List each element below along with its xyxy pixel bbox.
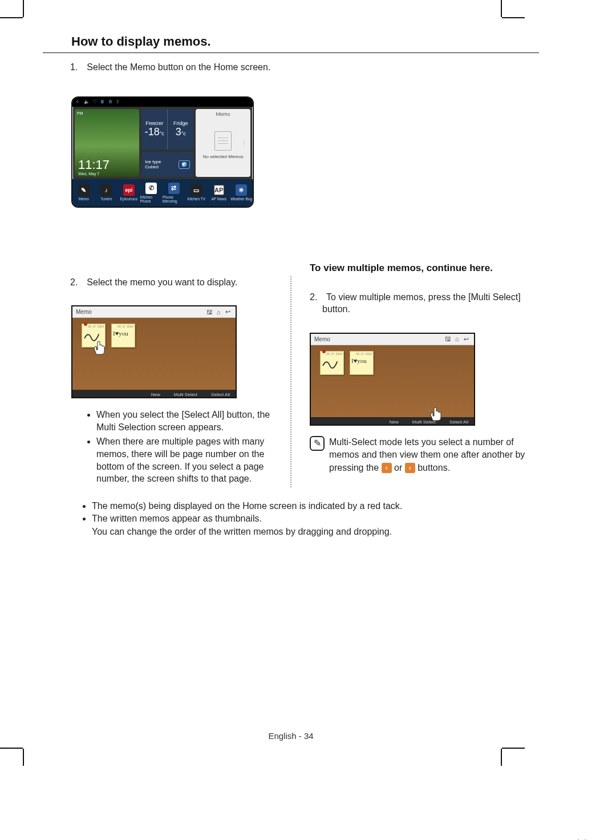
bullet-item: When there are multiple pages with many … [96, 435, 272, 484]
hand-cursor-icon [428, 405, 445, 422]
tunein-icon: ♪ [100, 184, 112, 196]
fridge-label: Fridge [173, 120, 188, 126]
chevron-right-icon: › [405, 463, 415, 473]
dock-item-mirroring: ⇄Phone Mirroring [163, 179, 185, 207]
memo-text: I♥you [350, 356, 373, 365]
fridge-widget-column: Freezer -18°c Fridge 3°c Ice type Cubed [141, 109, 193, 177]
memo-thumbnail-2: 04. 17. 2014 I♥you [111, 324, 135, 348]
crop-mark [502, 17, 525, 18]
sound-icon: 🔈 [84, 99, 90, 104]
dock-item-memo: ✎Memo [72, 179, 95, 207]
freezer-temp: -18 [145, 126, 160, 138]
right-subheading: To view multiple memos, continue here. [310, 262, 539, 274]
memo-titlebar: Memo 🖫 ⌂ ↩ [72, 306, 236, 318]
dock-item-tunein: ♪TuneIn [95, 179, 118, 207]
note-callout: ✎ Multi-Select mode lets you select a nu… [310, 436, 539, 474]
screenshot-memo-select: Memo 🖫 ⌂ ↩ 04. 17. 2014 04. 17. [71, 305, 237, 398]
right-column: To view multiple memos, continue here. 2… [310, 276, 539, 487]
dock-item-kitchen-tv: ▭Kitchen TV [185, 179, 208, 207]
memo-thumbnail-1: 04. 17. 2014 [320, 351, 344, 375]
dock-item-weather: ☀Weather Bug [230, 179, 253, 207]
new-button: New [390, 419, 399, 425]
status-bar: ᯤ 🔈 ♡ 🗎 ⚙ ⇧ [72, 98, 253, 107]
home-dock: ✎Memo ♪TuneIn epiEpicurious ✆Kitchen Pho… [72, 179, 253, 207]
crop-mark [501, 0, 502, 17]
temp-unit: °c [160, 131, 164, 136]
dock-item-kitchen-phone: ✆Kitchen Phone [140, 179, 163, 207]
date-value: Wed, May 7 [78, 172, 99, 176]
memo-icon: ✎ [78, 184, 90, 196]
apnews-icon: AP [213, 184, 225, 196]
freezer-label: Freezer [145, 120, 163, 126]
screenshot-memo-multiselect: Memo 🖫 ⌂ ↩ 04. 17. 2014 04. 17. [310, 333, 475, 426]
memo-corkboard: 04. 17. 2014 04. 17. 2014 I♥you [311, 345, 474, 417]
note-icon: 🗎 [100, 99, 105, 104]
hand-cursor-icon [92, 338, 109, 356]
phone-icon: ✆ [145, 183, 157, 194]
dock-label: Weather Bug [230, 197, 252, 201]
note-text: Multi-Select mode lets you select a numb… [329, 436, 539, 474]
fridge-temp: 3 [176, 126, 181, 138]
crop-mark [23, 749, 24, 766]
crop-mark [0, 17, 23, 18]
memo-bottombar: New Multi Select Select All [72, 390, 236, 398]
memo-date: 04. 17. 2014 [112, 324, 135, 329]
crop-mark [0, 748, 23, 749]
memo-doc-icon [214, 131, 232, 151]
dock-label: Kitchen TV [187, 197, 205, 201]
epicurious-icon: epi [123, 184, 135, 196]
page-content: How to display memos. 1. Select the Memo… [43, 34, 539, 753]
red-tack-icon [322, 350, 326, 353]
vertical-separator [290, 276, 291, 487]
clock-widget: PM 11:17 Wed, May 7 [75, 109, 139, 177]
scribble-icon [321, 356, 343, 372]
dock-label: TuneIn [100, 197, 112, 201]
home-icon: ⌂ [214, 309, 223, 316]
memo-corkboard: 04. 17. 2014 04. 17. 2014 I♥you [72, 318, 236, 390]
save-icon: 🖫 [443, 336, 452, 342]
back-icon: ↩ [223, 308, 232, 316]
temperature-widget: Freezer -18°c Fridge 3°c [141, 109, 193, 150]
dock-label: AP News [211, 197, 226, 201]
weather-icon: ☀ [236, 184, 247, 196]
memo-titlebar: Memo 🖫 ⌂ ↩ [311, 334, 474, 345]
page-sheet: How to display memos. 1. Select the Memo… [0, 0, 616, 840]
memo-widget-label: Memo [216, 111, 230, 117]
note-text-post: buttons. [415, 463, 450, 472]
heart-icon: ♡ [93, 99, 97, 104]
bullet-item: The written memos appear as thumbnails. … [92, 512, 539, 538]
ice-widget: Ice type Cubed 🧊 [141, 152, 193, 176]
mirroring-icon: ⇄ [168, 183, 180, 194]
new-button: New [151, 392, 160, 397]
dock-label: Phone Mirroring [163, 195, 185, 203]
section-heading: How to display memos. [43, 34, 539, 53]
time-value: 11:17 [78, 158, 110, 172]
temp-unit: °c [181, 131, 186, 136]
home-icon: ⌂ [452, 336, 461, 342]
gear-icon: ⚙ [108, 99, 112, 104]
upload-icon: ⇧ [116, 99, 120, 104]
select-all-button: Select All [449, 419, 468, 425]
chevron-right-icon: 〉 [242, 139, 248, 147]
left-bullet-list: When you select the [Select All] button,… [43, 409, 272, 485]
select-all-button: Select All [211, 392, 230, 397]
note-pencil-icon: ✎ [310, 436, 325, 451]
back-icon: ↩ [461, 336, 471, 343]
left-step-2: 2. Select the memo you want to display. [43, 276, 272, 289]
dock-label: Kitchen Phone [140, 195, 163, 203]
bullet-item: When you select the [Select All] button,… [96, 409, 272, 433]
dock-label: Memo [79, 197, 89, 201]
right-step-2: 2. To view multiple memos, press the [Mu… [310, 291, 539, 316]
page-footer-center: English - 34 [43, 731, 539, 741]
crop-mark [23, 0, 24, 17]
wifi-icon: ᯤ [76, 99, 80, 104]
dock-item-epicurious: epiEpicurious [117, 179, 140, 207]
screenshot-home: ᯤ 🔈 ♡ 🗎 ⚙ ⇧ PM 11:17 Wed, May 7 Freezer [71, 96, 254, 208]
memo-title: Memo [314, 336, 330, 342]
memo-bottombar: New Multi Select Select All [311, 417, 474, 426]
memo-text: I♥you [112, 329, 135, 338]
memo-widget: Memo No selected Memos 〉 [196, 109, 250, 177]
dock-item-apnews: APAP News [208, 179, 230, 207]
chevron-left-icon: ‹ [382, 463, 392, 473]
two-column-layout: 2. Select the memo you want to display. … [43, 276, 539, 487]
